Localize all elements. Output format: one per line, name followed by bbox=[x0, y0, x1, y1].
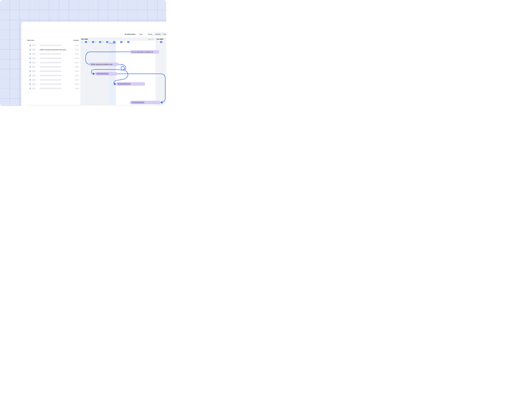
date-badge: 24 bbox=[127, 41, 129, 43]
work-item-row[interactable] bbox=[26, 73, 80, 78]
list-header: Work item Duration bbox=[26, 38, 80, 43]
timeline: Oct 2024Week 42Oct 2024 M24T24W24Th24F18… bbox=[81, 38, 166, 105]
day-gridline bbox=[130, 43, 130, 105]
work-items-count: 12 work items bbox=[125, 33, 136, 35]
day-gridline bbox=[88, 43, 88, 105]
week-number-label: Week 42 bbox=[148, 38, 153, 40]
day-cell: T24 bbox=[88, 41, 95, 43]
work-item-title-skeleton bbox=[40, 58, 61, 59]
duration-skeleton bbox=[75, 45, 79, 46]
status-placeholder-icon bbox=[37, 58, 39, 59]
work-item-title-skeleton bbox=[40, 71, 61, 72]
work-item-id-skeleton bbox=[32, 79, 36, 81]
work-item-title-skeleton bbox=[40, 62, 61, 63]
view-tab-quarterly[interactable]: Quarterly bbox=[162, 33, 166, 36]
view-tab-monthly[interactable]: Monthly bbox=[154, 33, 162, 36]
today-button[interactable]: Today bbox=[137, 33, 144, 36]
work-item-type-icon bbox=[29, 66, 31, 68]
day-letter: F bbox=[109, 41, 110, 43]
duration-skeleton bbox=[75, 66, 79, 68]
work-item-row[interactable] bbox=[26, 82, 80, 86]
screenshot-background: 12 work items Today WeeklyMonthlyQuarter… bbox=[0, 0, 166, 106]
gantt-bar-skeleton[interactable] bbox=[116, 82, 145, 86]
toolbar: 12 work items Today WeeklyMonthlyQuarter… bbox=[26, 31, 166, 38]
duration-skeleton bbox=[75, 58, 79, 59]
gantt-bar-skeleton[interactable] bbox=[130, 101, 160, 104]
view-tab-weekly[interactable]: Weekly bbox=[146, 33, 154, 36]
work-item-id-skeleton bbox=[32, 49, 36, 51]
status-placeholder-icon bbox=[37, 66, 39, 68]
work-item-title-skeleton bbox=[40, 88, 61, 89]
work-item-row[interactable] bbox=[26, 86, 80, 91]
work-item-row[interactable] bbox=[26, 56, 80, 60]
work-item-type-icon bbox=[29, 88, 31, 90]
gantt-bar-label: Define naming conventions and… bbox=[89, 63, 115, 65]
work-item-type-icon bbox=[29, 49, 31, 51]
duration-column-header: Duration bbox=[73, 39, 79, 41]
work-item-type-icon bbox=[29, 75, 31, 76]
work-item-id-skeleton bbox=[32, 83, 36, 85]
status-placeholder-icon bbox=[37, 70, 39, 72]
work-item-id-skeleton bbox=[32, 44, 36, 46]
work-item-id-skeleton bbox=[32, 57, 36, 59]
gantt-region: Work item Duration Define naming convent… bbox=[26, 38, 166, 105]
work-item-title-skeleton bbox=[40, 66, 61, 68]
day-letter: T bbox=[163, 41, 164, 43]
status-placeholder-icon bbox=[37, 45, 39, 46]
day-cell: Th24 bbox=[102, 41, 109, 43]
work-item-type-icon bbox=[29, 62, 31, 64]
duration-skeleton bbox=[75, 88, 79, 89]
day-cell: F18 bbox=[109, 41, 116, 43]
date-badge: 24 bbox=[120, 41, 122, 43]
gantt-bar-label: Set up automation to flag low-st… bbox=[130, 51, 156, 53]
gantt-bar-labeled[interactable]: Set up automation to flag low-st… bbox=[130, 50, 159, 54]
work-item-title-skeleton bbox=[40, 45, 61, 46]
date-badge: 24 bbox=[99, 41, 101, 43]
day-cell: W24 bbox=[95, 41, 102, 43]
day-letter: S bbox=[123, 41, 124, 43]
status-placeholder-icon bbox=[37, 75, 39, 76]
work-item-row[interactable]: Define naming conventions and statu… bbox=[26, 47, 80, 52]
day-letter: S bbox=[116, 41, 117, 43]
work-item-row[interactable] bbox=[26, 78, 80, 82]
duration-skeleton bbox=[75, 79, 79, 81]
duration-skeleton bbox=[75, 49, 79, 50]
work-item-id-skeleton bbox=[32, 70, 36, 72]
duration-skeleton bbox=[75, 83, 79, 85]
duration-skeleton bbox=[75, 75, 79, 76]
month-section-bg bbox=[81, 38, 156, 41]
timeline-body: Set up automation to flag low-st…Define … bbox=[81, 43, 166, 105]
status-placeholder-icon bbox=[37, 53, 39, 55]
gantt-bar-labeled[interactable]: Define naming conventions and… bbox=[89, 62, 118, 66]
date-badge: 24 bbox=[106, 41, 108, 43]
day-letter: M bbox=[81, 41, 82, 43]
work-item-row[interactable] bbox=[26, 69, 80, 73]
day-row-filler bbox=[130, 41, 156, 43]
day-cell: S24 bbox=[116, 41, 123, 43]
work-item-title: Define naming conventions and statu… bbox=[40, 49, 68, 51]
day-cell: T bbox=[163, 41, 166, 43]
work-item-row[interactable] bbox=[26, 65, 80, 69]
day-cell: M24 bbox=[156, 41, 163, 43]
date-badge: 24 bbox=[160, 41, 162, 43]
status-placeholder-icon bbox=[37, 79, 39, 81]
gantt-app-panel: 12 work items Today WeeklyMonthlyQuarter… bbox=[26, 31, 166, 106]
work-item-id-skeleton bbox=[32, 53, 36, 55]
gantt-bar-skeleton[interactable] bbox=[95, 72, 117, 75]
view-switcher: WeeklyMonthlyQuarterly bbox=[146, 32, 166, 36]
work-item-type-icon bbox=[29, 57, 31, 59]
work-item-type-icon bbox=[29, 44, 31, 46]
work-item-id-skeleton bbox=[32, 88, 36, 90]
work-item-type-icon bbox=[29, 70, 31, 72]
work-item-rows: Define naming conventions and statu… bbox=[26, 43, 80, 91]
today-indicator-line bbox=[109, 43, 116, 44]
work-item-title-skeleton bbox=[40, 79, 61, 81]
duration-skeleton bbox=[75, 53, 79, 55]
day-cell: M24 bbox=[81, 41, 88, 43]
work-item-row[interactable] bbox=[26, 60, 80, 65]
status-placeholder-icon bbox=[37, 83, 39, 85]
work-item-id-skeleton bbox=[32, 62, 36, 64]
work-item-row[interactable] bbox=[26, 52, 80, 56]
work-item-row[interactable] bbox=[26, 43, 80, 47]
gantt-bar-progress bbox=[96, 73, 109, 75]
